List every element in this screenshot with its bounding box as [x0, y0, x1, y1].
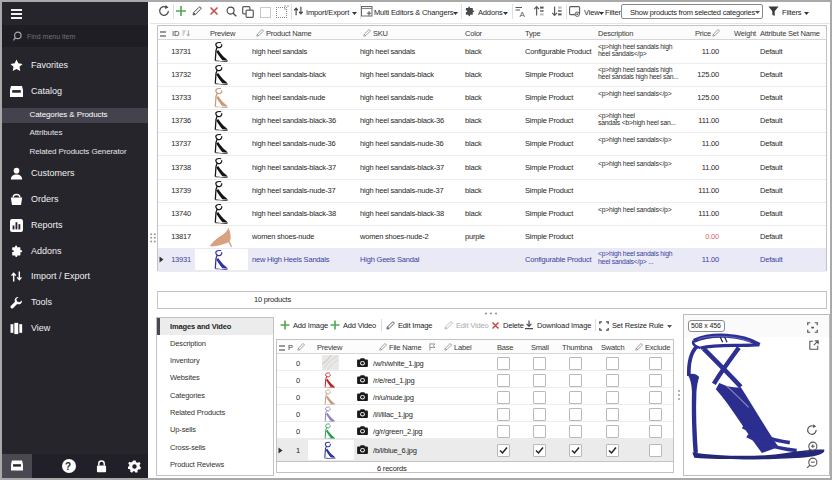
- svg-text:A: A: [520, 10, 526, 17]
